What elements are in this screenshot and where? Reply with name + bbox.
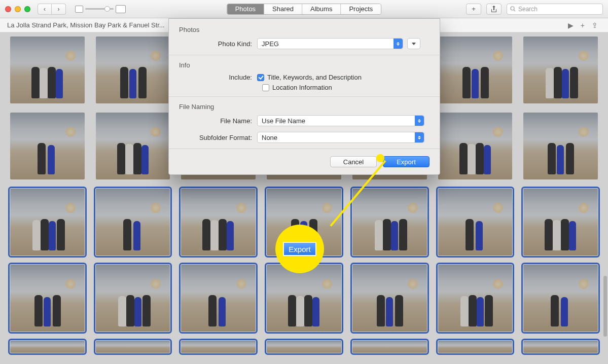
photo-thumbnail[interactable] — [96, 189, 170, 256]
annotation-callout: Export — [275, 225, 324, 273]
photo-thumbnail[interactable] — [10, 113, 85, 179]
export-dialog: Photos Photo Kind: JPEG Info Include: Ti… — [168, 18, 440, 175]
close-window-button[interactable] — [5, 6, 11, 12]
annotation-endpoint — [376, 154, 384, 162]
play-slideshow-icon[interactable]: ▶ — [568, 21, 574, 29]
photo-thumbnail[interactable] — [523, 113, 598, 179]
file-name-value: Use File Name — [262, 117, 305, 125]
photo-thumbnail[interactable] — [523, 341, 598, 353]
add-to-icon[interactable]: + — [581, 21, 585, 29]
photo-thumbnail[interactable] — [181, 189, 256, 256]
back-button[interactable]: ‹ — [38, 4, 52, 15]
export-button[interactable]: Export — [383, 156, 430, 167]
tab-projects[interactable]: Projects — [340, 4, 381, 14]
include-title-text: Title, Keywords, and Description — [267, 74, 362, 81]
toolbar-right: + Search — [466, 4, 603, 15]
zoom-slider-group — [75, 5, 126, 13]
photo-thumbnail[interactable] — [267, 265, 341, 332]
file-name-label: File Name: — [179, 117, 257, 125]
include-location-checkbox[interactable] — [262, 84, 269, 91]
share-icon — [491, 6, 497, 13]
page-title: La Jolla Strand Park, Mission Bay Park &… — [7, 21, 165, 29]
photo-kind-value: JPEG — [262, 40, 279, 48]
search-field[interactable]: Search — [507, 4, 603, 15]
photo-thumbnail[interactable] — [96, 37, 170, 103]
photo-thumbnail[interactable] — [438, 341, 513, 353]
photo-thumbnail[interactable] — [10, 37, 85, 103]
photo-thumbnail[interactable] — [96, 113, 170, 179]
tab-photos[interactable]: Photos — [227, 4, 264, 14]
select-caret-icon — [415, 132, 424, 142]
photo-thumbnail[interactable] — [438, 37, 513, 103]
nav-buttons: ‹ › — [38, 4, 66, 15]
photo-thumbnail[interactable] — [96, 265, 170, 332]
minimize-window-button[interactable] — [15, 6, 21, 12]
photo-thumbnail[interactable] — [10, 341, 85, 353]
share-button[interactable] — [486, 4, 502, 15]
photo-thumbnail[interactable] — [267, 341, 341, 353]
search-icon — [510, 6, 516, 12]
photo-thumbnail[interactable] — [10, 265, 85, 332]
traffic-lights — [5, 6, 30, 12]
photo-thumbnail[interactable] — [181, 265, 256, 332]
file-name-select[interactable]: Use File Name — [257, 115, 424, 126]
photo-thumbnail[interactable] — [352, 341, 427, 353]
cancel-button[interactable]: Cancel — [330, 156, 377, 167]
thumbnail-small-icon — [75, 6, 83, 13]
photo-thumbnail[interactable] — [352, 265, 427, 332]
select-caret-icon — [415, 116, 424, 126]
photo-thumbnail[interactable] — [352, 189, 427, 256]
photo-kind-label: Photo Kind: — [179, 40, 257, 48]
section-info-label: Info — [169, 59, 440, 72]
photo-thumbnail[interactable] — [181, 341, 256, 353]
include-location-text: Location Information — [272, 84, 332, 91]
photo-thumbnail[interactable] — [523, 189, 598, 256]
scrollbar[interactable] — [603, 276, 607, 337]
zoom-slider[interactable] — [85, 8, 114, 10]
search-placeholder: Search — [518, 6, 538, 13]
window-toolbar: ‹ › Photos Shared Albums Projects + Sear… — [0, 0, 608, 18]
include-title-checkbox[interactable] — [257, 74, 264, 81]
photo-kind-select[interactable]: JPEG — [257, 38, 403, 49]
add-button[interactable]: + — [466, 4, 481, 15]
subfolder-value: None — [262, 134, 277, 141]
share-icon[interactable]: ⇪ — [592, 21, 598, 29]
subheader-actions: ▶ + ⇪ — [568, 21, 601, 29]
tab-albums[interactable]: Albums — [302, 4, 340, 14]
tab-shared[interactable]: Shared — [264, 4, 302, 14]
section-photos-label: Photos — [169, 24, 440, 37]
include-label: Include: — [179, 74, 257, 81]
fullscreen-window-button[interactable] — [24, 6, 30, 12]
subfolder-label: Subfolder Format: — [179, 134, 257, 141]
annotation-label: Export — [283, 242, 316, 256]
photo-thumbnail[interactable] — [523, 37, 598, 103]
section-filenaming-label: File Naming — [169, 101, 440, 114]
photo-thumbnail[interactable] — [438, 113, 513, 179]
subfolder-select[interactable]: None — [257, 132, 424, 143]
photo-thumbnail[interactable] — [523, 265, 598, 332]
svg-point-0 — [511, 7, 514, 10]
photo-thumbnail[interactable] — [438, 189, 513, 256]
thumbnail-large-icon — [116, 5, 126, 13]
expand-options-button[interactable] — [407, 38, 420, 49]
forward-button[interactable]: › — [52, 4, 66, 15]
photo-thumbnail[interactable] — [438, 265, 513, 332]
select-caret-icon — [394, 39, 403, 49]
photo-thumbnail[interactable] — [10, 189, 85, 256]
view-tabs: Photos Shared Albums Projects — [227, 4, 382, 15]
photo-thumbnail[interactable] — [96, 341, 170, 353]
svg-line-1 — [514, 10, 515, 11]
